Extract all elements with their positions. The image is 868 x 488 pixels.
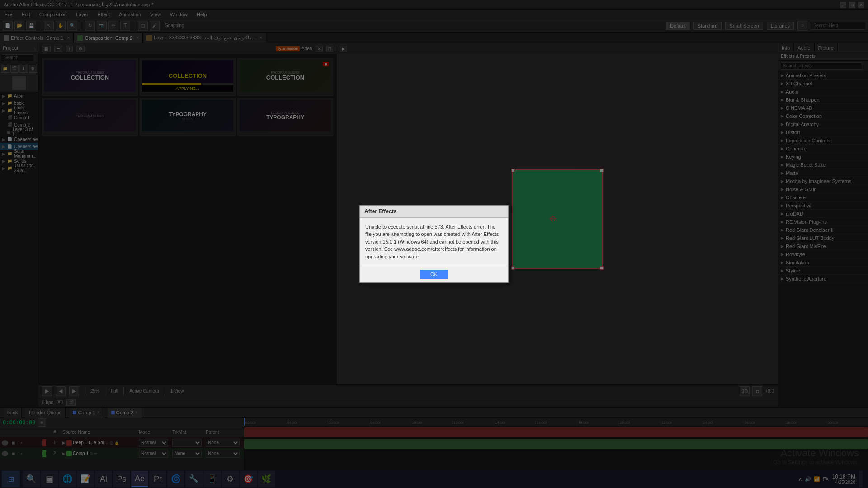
dialog-title-bar: After Effects <box>360 206 508 218</box>
dialog-title-text: After Effects <box>364 208 396 215</box>
dialog-ok-button[interactable]: OK <box>420 270 448 279</box>
error-dialog-overlay[interactable]: After Effects Unable to execute script a… <box>0 0 868 488</box>
dialog-message: Unable to execute script at line 573. Af… <box>365 224 499 259</box>
dialog-footer: OK <box>360 266 508 282</box>
dialog-body: Unable to execute script at line 573. Af… <box>360 218 508 266</box>
error-dialog: After Effects Unable to execute script a… <box>359 205 509 283</box>
